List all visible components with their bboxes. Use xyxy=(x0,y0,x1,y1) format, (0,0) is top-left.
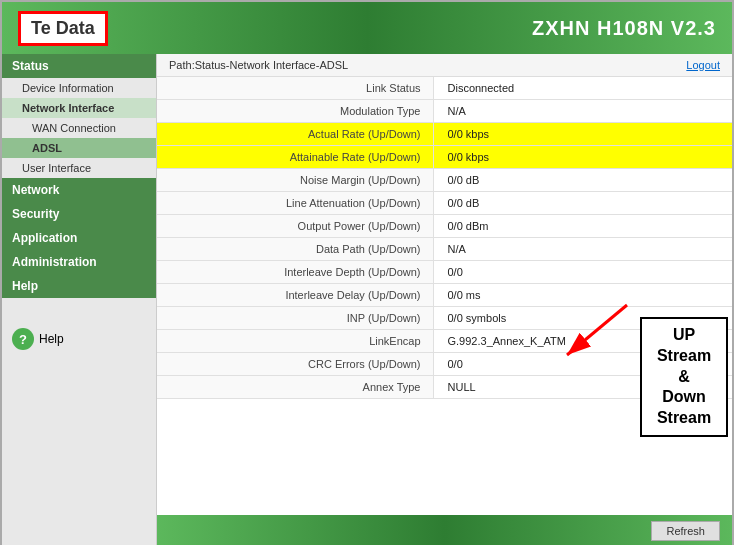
sidebar-section-status[interactable]: Status xyxy=(2,54,156,78)
sidebar-section-network[interactable]: Network xyxy=(2,178,156,202)
table-cell-label: Interleave Delay (Up/Down) xyxy=(157,284,433,307)
table-cell-value: 0/0 dB xyxy=(433,192,732,215)
table-cell-value: 0/0 dB xyxy=(433,169,732,192)
table-cell-label: CRC Errors (Up/Down) xyxy=(157,353,433,376)
table-row: Attainable Rate (Up/Down)0/0 kbps xyxy=(157,146,732,169)
table-cell-value: N/A xyxy=(433,100,732,123)
content-area: Path:Status-Network Interface-ADSL Logou… xyxy=(157,54,732,545)
main-frame: Te Data ZXHN H108N V2.3 Status Device In… xyxy=(0,0,734,545)
help-icon: ? xyxy=(12,328,34,350)
logo: Te Data xyxy=(18,11,108,46)
sidebar-item-device-information[interactable]: Device Information xyxy=(2,78,156,98)
table-cell-label: Link Status xyxy=(157,77,433,100)
annotation-text: UPStream&DownStream xyxy=(657,326,711,426)
help-label: Help xyxy=(39,332,64,346)
table-cell-value: 0/0 xyxy=(433,261,732,284)
table-cell-label: Modulation Type xyxy=(157,100,433,123)
table-cell-label: Actual Rate (Up/Down) xyxy=(157,123,433,146)
table-row: Line Attenuation (Up/Down)0/0 dB xyxy=(157,192,732,215)
table-cell-label: Annex Type xyxy=(157,376,433,399)
table-row: Interleave Depth (Up/Down)0/0 xyxy=(157,261,732,284)
table-cell-label: Output Power (Up/Down) xyxy=(157,215,433,238)
table-cell-label: INP (Up/Down) xyxy=(157,307,433,330)
path-text: Path:Status-Network Interface-ADSL xyxy=(169,59,348,71)
bottom-bar: Refresh xyxy=(157,515,732,545)
path-bar: Path:Status-Network Interface-ADSL Logou… xyxy=(157,54,732,77)
table-cell-value: 0/0 kbps xyxy=(433,123,732,146)
table-cell-label: Line Attenuation (Up/Down) xyxy=(157,192,433,215)
sidebar-help[interactable]: ? Help xyxy=(12,328,166,350)
logout-link[interactable]: Logout xyxy=(686,59,720,71)
sidebar-item-adsl[interactable]: ADSL xyxy=(2,138,156,158)
sidebar-section-application[interactable]: Application xyxy=(2,226,156,250)
sidebar-item-network-interface[interactable]: Network Interface xyxy=(2,98,156,118)
table-cell-label: LinkEncap xyxy=(157,330,433,353)
table-row: Output Power (Up/Down)0/0 dBm xyxy=(157,215,732,238)
sidebar-section-security[interactable]: Security xyxy=(2,202,156,226)
table-cell-label: Interleave Depth (Up/Down) xyxy=(157,261,433,284)
table-cell-value: 0/0 ms xyxy=(433,284,732,307)
refresh-button[interactable]: Refresh xyxy=(651,521,720,541)
table-row: Modulation TypeN/A xyxy=(157,100,732,123)
annotation-box: UPStream&DownStream xyxy=(640,317,728,437)
table-cell-value: Disconnected xyxy=(433,77,732,100)
sidebar-section-help[interactable]: Help xyxy=(2,274,156,298)
table-container: Link StatusDisconnectedModulation TypeN/… xyxy=(157,77,732,515)
device-name: ZXHN H108N V2.3 xyxy=(532,17,716,40)
table-cell-value: 0/0 kbps xyxy=(433,146,732,169)
table-row: Data Path (Up/Down)N/A xyxy=(157,238,732,261)
table-row: Link StatusDisconnected xyxy=(157,77,732,100)
table-cell-label: Data Path (Up/Down) xyxy=(157,238,433,261)
table-cell-value: 0/0 dBm xyxy=(433,215,732,238)
table-row: Noise Margin (Up/Down)0/0 dB xyxy=(157,169,732,192)
table-cell-value: N/A xyxy=(433,238,732,261)
main-layout: Status Device Information Network Interf… xyxy=(2,54,732,545)
table-cell-label: Noise Margin (Up/Down) xyxy=(157,169,433,192)
sidebar: Status Device Information Network Interf… xyxy=(2,54,157,545)
header: Te Data ZXHN H108N V2.3 xyxy=(2,2,732,54)
sidebar-item-user-interface[interactable]: User Interface xyxy=(2,158,156,178)
sidebar-section-administration[interactable]: Administration xyxy=(2,250,156,274)
table-row: Actual Rate (Up/Down)0/0 kbps xyxy=(157,123,732,146)
sidebar-item-wan-connection[interactable]: WAN Connection xyxy=(2,118,156,138)
table-row: Interleave Delay (Up/Down)0/0 ms xyxy=(157,284,732,307)
table-cell-label: Attainable Rate (Up/Down) xyxy=(157,146,433,169)
